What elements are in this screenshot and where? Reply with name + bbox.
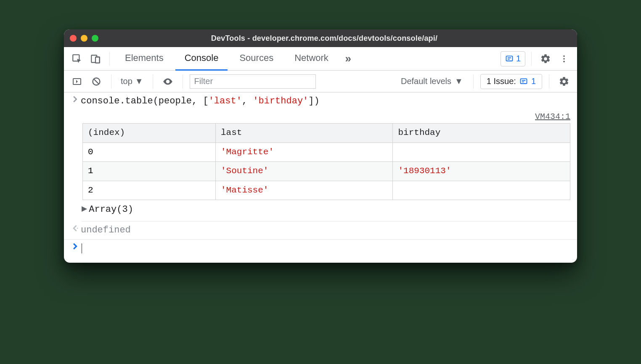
table-header-last[interactable]: last bbox=[215, 124, 393, 143]
console-input[interactable] bbox=[81, 241, 573, 256]
tab-sources[interactable]: Sources bbox=[230, 47, 283, 71]
more-tabs-icon[interactable]: » bbox=[340, 51, 356, 67]
separator bbox=[473, 74, 474, 89]
console-output: console.table(people, ['last', 'birthday… bbox=[64, 92, 577, 263]
table-header-index[interactable]: (index) bbox=[83, 124, 216, 143]
console-toolbar: top ▼ Default levels ▼ 1 Issue: 1 bbox=[64, 71, 577, 92]
separator bbox=[549, 74, 549, 89]
console-return-row: undefined bbox=[64, 222, 577, 240]
window-title: DevTools - developer.chrome.com/docs/dev… bbox=[77, 34, 571, 43]
table-cell-last: 'Matisse' bbox=[215, 181, 393, 200]
separator bbox=[109, 52, 110, 66]
table-cell-birthday bbox=[393, 181, 570, 200]
table-header-row: (index) last birthday bbox=[83, 124, 570, 143]
table-cell-index: 1 bbox=[83, 162, 216, 181]
svg-point-5 bbox=[563, 55, 565, 57]
output-chevron-icon bbox=[70, 223, 81, 232]
tab-network[interactable]: Network bbox=[285, 47, 338, 71]
issues-label: 1 Issue: bbox=[487, 76, 516, 86]
table-cell-index: 0 bbox=[83, 142, 216, 162]
tab-elements[interactable]: Elements bbox=[116, 47, 173, 71]
separator bbox=[111, 74, 111, 89]
issues-badge[interactable]: 1 bbox=[501, 51, 525, 66]
table-cell-index: 2 bbox=[83, 181, 216, 200]
console-settings-gear-icon[interactable] bbox=[556, 74, 572, 90]
tab-console[interactable]: Console bbox=[175, 47, 228, 71]
kebab-menu-icon[interactable] bbox=[556, 51, 572, 67]
devtools-tabstrip: Elements Console Sources Network » 1 bbox=[64, 47, 577, 71]
chevron-down-icon: ▼ bbox=[135, 76, 143, 86]
svg-rect-2 bbox=[95, 57, 100, 63]
table-header-birthday[interactable]: birthday bbox=[393, 124, 570, 143]
issues-button[interactable]: 1 Issue: 1 bbox=[480, 74, 542, 89]
clear-console-icon[interactable] bbox=[88, 74, 104, 90]
table-cell-birthday: '18930113' bbox=[393, 162, 570, 181]
table-row: 2 'Matisse' bbox=[83, 181, 570, 200]
prompt-chevron-icon bbox=[70, 241, 81, 250]
table-cell-birthday bbox=[393, 142, 570, 162]
inspect-element-icon[interactable] bbox=[69, 51, 85, 67]
console-table: (index) last birthday 0 'Magritte' 1 'So… bbox=[82, 123, 570, 200]
settings-gear-icon[interactable] bbox=[538, 51, 554, 67]
chevron-down-icon: ▼ bbox=[455, 76, 463, 86]
issues-badge-count: 1 bbox=[516, 54, 521, 63]
filter-input[interactable] bbox=[190, 74, 316, 89]
source-link[interactable]: VM434:1 bbox=[64, 110, 577, 123]
svg-point-6 bbox=[563, 58, 565, 60]
log-levels-selector[interactable]: Default levels ▼ bbox=[397, 76, 466, 86]
console-command-text[interactable]: console.table(people, ['last', 'birthday… bbox=[81, 94, 573, 108]
input-chevron-icon bbox=[70, 94, 81, 103]
svg-rect-4 bbox=[506, 56, 512, 61]
execution-context-label: top bbox=[121, 76, 132, 86]
svg-point-11 bbox=[77, 228, 78, 229]
svg-point-7 bbox=[563, 61, 565, 62]
array-summary[interactable]: Array(3) bbox=[89, 203, 133, 217]
expand-triangle-icon[interactable]: ▶ bbox=[82, 202, 87, 216]
separator bbox=[153, 74, 153, 89]
live-expression-eye-icon[interactable] bbox=[160, 74, 176, 90]
devtools-window: DevTools - developer.chrome.com/docs/dev… bbox=[64, 29, 577, 263]
close-window-button[interactable] bbox=[70, 35, 77, 42]
window-titlebar: DevTools - developer.chrome.com/docs/dev… bbox=[64, 29, 577, 47]
issues-count: 1 bbox=[531, 76, 536, 86]
console-prompt-row[interactable] bbox=[64, 240, 577, 262]
text-caret bbox=[82, 243, 82, 253]
execution-context-selector[interactable]: top ▼ bbox=[118, 76, 146, 86]
table-cell-last: 'Magritte' bbox=[215, 142, 393, 162]
device-toolbar-icon[interactable] bbox=[87, 51, 103, 67]
return-value: undefined bbox=[81, 223, 573, 237]
separator bbox=[183, 74, 183, 89]
toggle-sidebar-icon[interactable] bbox=[69, 74, 85, 90]
log-levels-label: Default levels bbox=[401, 76, 451, 86]
table-row: 1 'Soutine' '18930113' bbox=[83, 162, 570, 181]
table-row: 0 'Magritte' bbox=[83, 142, 570, 162]
console-input-echo: console.table(people, ['last', 'birthday… bbox=[64, 92, 577, 110]
separator bbox=[531, 52, 532, 66]
table-cell-last: 'Soutine' bbox=[215, 162, 393, 181]
svg-rect-10 bbox=[520, 79, 527, 84]
